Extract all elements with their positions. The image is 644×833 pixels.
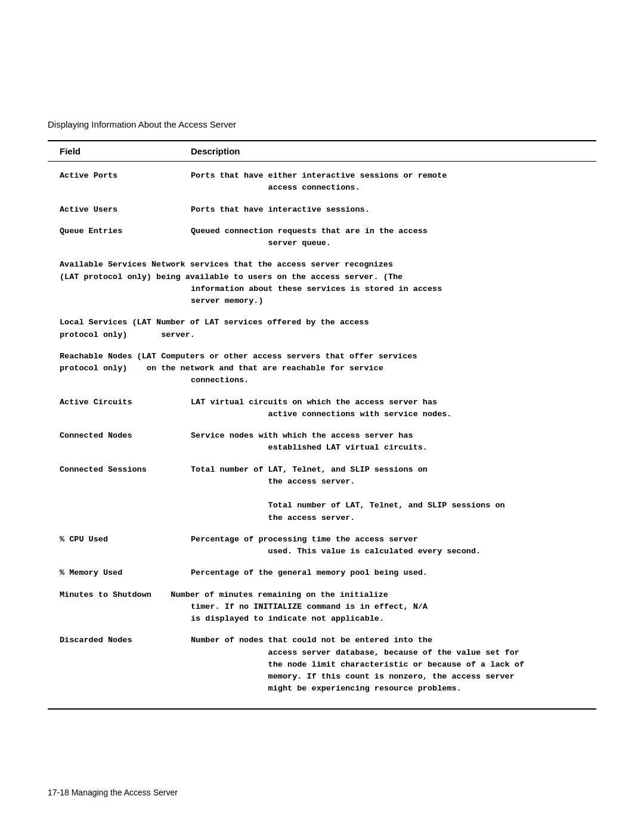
- field-name: % Memory Used: [60, 567, 191, 579]
- field-description: Number of minutes remaining on the initi…: [151, 590, 388, 599]
- field-description: server memory.): [191, 296, 264, 305]
- table-row: Queue Entries Queued connection requests…: [48, 223, 596, 252]
- field-description: timer. If no INITIALIZE command is in ef…: [191, 602, 428, 611]
- page: Displaying Information About the Access …: [0, 0, 644, 833]
- field-description: Number of LAT services offered by the ac…: [151, 318, 369, 327]
- field-name: Connected Nodes: [60, 430, 191, 442]
- table-row: Reachable Nodes (LAT Computers or other …: [48, 348, 596, 389]
- header-field-label: Field: [60, 146, 191, 156]
- field-description: connections.: [191, 376, 249, 385]
- table-body: Active Ports Ports that have either inte…: [48, 162, 596, 708]
- field-name: Local Services (LAT: [60, 318, 151, 327]
- table-row: % Memory Used Percentage of the general …: [48, 565, 596, 581]
- field-description: Service nodes with which the access serv…: [191, 430, 584, 454]
- field-name: protocol only): [60, 364, 127, 373]
- field-name: protocol only): [60, 330, 127, 339]
- field-name: % CPU Used: [60, 534, 191, 546]
- field-description: Percentage of the general memory pool be…: [191, 567, 584, 579]
- field-name: Discarded Nodes: [60, 634, 191, 646]
- table-row: Active Users Ports that have interactive…: [48, 202, 596, 218]
- field-name: Connected Sessions: [60, 464, 191, 476]
- page-subtitle: Displaying Information About the Access …: [48, 119, 596, 129]
- field-name: Active Users: [60, 204, 191, 216]
- field-description: on the network and that are reachable fo…: [127, 364, 383, 373]
- field-name: (LAT protocol only): [60, 272, 151, 281]
- table-row: Active Circuits LAT virtual circuits on …: [48, 394, 596, 423]
- field-name: Minutes to Shutdown: [60, 590, 151, 599]
- table-row: Connected Sessions Total number of LAT, …: [48, 462, 596, 527]
- table-row: Discarded Nodes Number of nodes that cou…: [48, 632, 596, 697]
- table-row: Local Services (LAT Number of LAT servic…: [48, 314, 596, 343]
- field-description: is displayed to indicate not applicable.: [191, 614, 384, 623]
- field-description: Queued connection requests that are in t…: [191, 225, 584, 250]
- field-name: Available Services: [60, 260, 147, 269]
- table-row: Active Ports Ports that have either inte…: [48, 168, 596, 197]
- table-row: Minutes to Shutdown Number of minutes re…: [48, 587, 596, 628]
- page-footer: 17-18 Managing the Access Server: [48, 788, 178, 797]
- field-description: Percentage of processing time the access…: [191, 534, 584, 558]
- field-name: Reachable Nodes (LAT: [60, 352, 156, 361]
- field-description: Total number of LAT, Telnet, and SLIP se…: [191, 464, 584, 524]
- field-description-table: Field Description Active Ports Ports tha…: [48, 140, 596, 710]
- field-description: Network services that the access server …: [147, 260, 393, 269]
- field-description: being available to users on the access s…: [151, 272, 402, 281]
- field-description: Ports that have either interactive sessi…: [191, 170, 584, 194]
- field-description: LAT virtual circuits on which the access…: [191, 397, 584, 421]
- table-row: % CPU Used Percentage of processing time…: [48, 531, 596, 561]
- field-description: Computers or other access servers that o…: [156, 352, 417, 361]
- field-name: Queue Entries: [60, 225, 191, 237]
- field-description: Number of nodes that could not be entere…: [191, 634, 584, 695]
- table-row: Available Services Network services that…: [48, 256, 596, 309]
- field-description: Ports that have interactive sessions.: [191, 204, 584, 216]
- header-description-label: Description: [191, 146, 240, 156]
- field-name: Active Ports: [60, 170, 191, 182]
- field-description: server.: [127, 330, 194, 339]
- field-name: Active Circuits: [60, 397, 191, 408]
- table-row: Connected Nodes Service nodes with which…: [48, 428, 596, 457]
- table-header-row: Field Description: [48, 141, 596, 162]
- field-description: information about these services is stor…: [191, 284, 442, 293]
